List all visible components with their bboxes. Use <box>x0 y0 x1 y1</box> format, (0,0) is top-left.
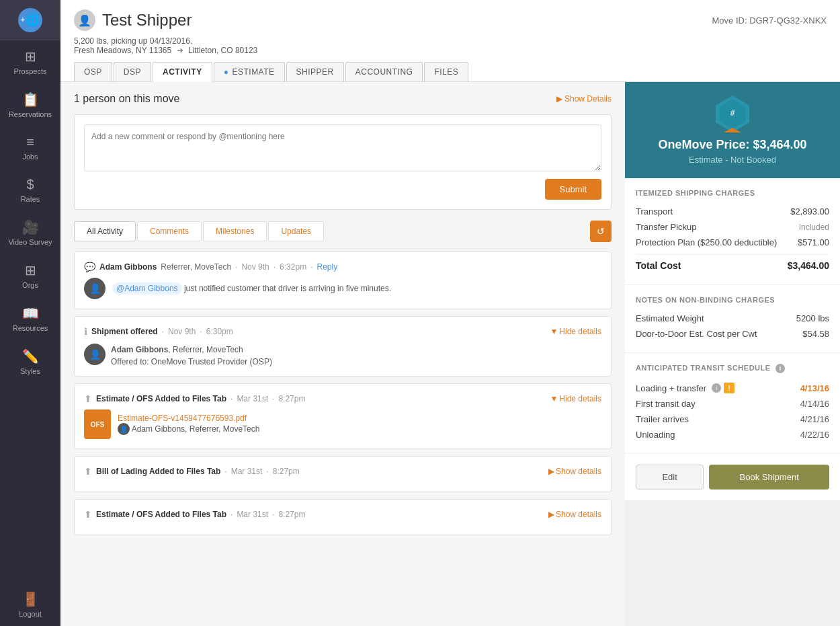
sidebar-item-label: Logout <box>19 610 42 618</box>
tab-dsp[interactable]: DSP <box>114 62 151 81</box>
submit-button[interactable]: Submit <box>545 179 601 200</box>
show-details-link[interactable]: ▶ Show Details <box>556 94 612 104</box>
sidebar: +🌐 ⊞ Prospects 📋 Reservations ≡ Jobs $ R… <box>0 0 60 626</box>
sidebar-item-label: Resources <box>13 324 48 332</box>
charges-title: Itemized Shipping Charges <box>636 189 829 197</box>
page-header: 👤 Test Shipper Move ID: DGR7-QG32-XNKX 5… <box>60 0 840 82</box>
tab-estimate[interactable]: ● ESTIMATE <box>214 62 285 81</box>
pricing-panel: # OneMove Price: $3,464.00 Estimate - No… <box>625 82 840 626</box>
tab-accounting[interactable]: ACCOUNTING <box>345 62 423 81</box>
rates-icon: $ <box>26 177 34 192</box>
notes-title: Notes on Non-binding Charges <box>636 296 829 304</box>
tab-shipper[interactable]: SHIPPER <box>286 62 344 81</box>
refresh-button[interactable]: ↺ <box>590 221 612 242</box>
notes-section: Notes on Non-binding Charges Estimated W… <box>625 285 840 352</box>
tab-bar: OSP DSP ACTIVITY ● ESTIMATE SHIPPER ACCO… <box>74 62 827 81</box>
charges-section: Itemized Shipping Charges Transport $2,8… <box>625 178 840 284</box>
sidebar-item-jobs[interactable]: ≡ Jobs <box>0 126 60 169</box>
show-details-link-4[interactable]: ▶ Show details <box>548 510 601 519</box>
logout-icon: 🚪 <box>22 591 39 607</box>
warning-icon: ! <box>724 383 734 393</box>
filter-tabs: All Activity Comments Milestones Updates… <box>74 221 612 242</box>
activity-panel: 1 person on this move ▶ Show Details Sub… <box>60 82 625 626</box>
sidebar-item-label: Jobs <box>22 153 38 161</box>
tab-activity[interactable]: ACTIVITY <box>153 62 212 82</box>
edit-button[interactable]: Edit <box>636 465 704 490</box>
sidebar-item-rates[interactable]: $ Rates <box>0 169 60 211</box>
transit-row: Trailer arrives 4/21/16 <box>636 412 829 427</box>
logo[interactable]: +🌐 <box>0 0 60 40</box>
activity-meta: ⬆ Estimate / OFS Added to Files Tab · Ma… <box>84 509 305 520</box>
loading-info-icon: i <box>712 383 721 393</box>
sidebar-item-video-survey[interactable]: 🎥 Video Survey <box>0 211 60 254</box>
header-info: 5,200 lbs, picking up 04/13/2016. Fresh … <box>74 36 827 55</box>
transit-info-icon: i <box>775 364 785 373</box>
svg-text:#: # <box>730 108 735 118</box>
transit-row: Unloading 4/22/16 <box>636 427 829 442</box>
move-id: Move ID: DGR7-QG32-XNKX <box>712 15 827 26</box>
ofs-badge: OFS <box>84 409 111 439</box>
hide-details-link[interactable]: ▼ Hide details <box>550 327 601 336</box>
sidebar-item-reservations[interactable]: 📋 Reservations <box>0 83 60 126</box>
sidebar-item-resources[interactable]: 📖 Resources <box>0 297 60 340</box>
total-row: Total Cost $3,464.00 <box>636 254 829 274</box>
avatar: 👤 <box>84 278 106 299</box>
list-item: ⬆ Estimate / OFS Added to Files Tab · Ma… <box>74 499 612 535</box>
header-title: 👤 Test Shipper <box>74 9 192 31</box>
book-shipment-button[interactable]: Book Shipment <box>709 465 829 490</box>
filter-updates[interactable]: Updates <box>268 221 324 241</box>
upload-icon-2: ⬆ <box>84 466 92 477</box>
sidebar-item-styles[interactable]: ✏️ Styles <box>0 340 60 383</box>
main-content: 👤 Test Shipper Move ID: DGR7-QG32-XNKX 5… <box>60 0 840 626</box>
file-info: Estimate-OFS-v1459477676593.pdf 👤 Adam G… <box>118 414 259 435</box>
activity-item-header: ⬆ Estimate / OFS Added to Files Tab · Ma… <box>84 509 601 520</box>
show-details-link-3[interactable]: ▶ Show details <box>548 467 601 476</box>
note-row: Door-to-Door Est. Cost per Cwt $54.58 <box>636 326 829 342</box>
orgs-icon: ⊞ <box>25 262 36 278</box>
sidebar-item-label: Orgs <box>22 281 38 289</box>
transit-row: First transit day 4/14/16 <box>636 396 829 412</box>
activity-meta: ℹ Shipment offered · Nov 9th · 6:30pm <box>84 326 233 337</box>
comment-input[interactable] <box>84 124 601 171</box>
hide-details-link-2[interactable]: ▼ Hide details <box>550 394 601 403</box>
file-attachment: OFS Estimate-OFS-v1459477676593.pdf 👤 Ad… <box>84 409 601 439</box>
people-count: 1 person on this move <box>74 93 179 105</box>
activity-meta: 💬 Adam Gibbons Referrer, MoveTech · Nov … <box>84 262 337 272</box>
onemove-logo: # <box>638 95 827 132</box>
activity-item-header: ℹ Shipment offered · Nov 9th · 6:30pm ▼ … <box>84 326 601 337</box>
video-icon: 🎥 <box>22 219 39 235</box>
sidebar-item-label: Rates <box>21 195 40 203</box>
reply-link[interactable]: Reply <box>317 262 337 272</box>
filter-comments[interactable]: Comments <box>137 221 202 241</box>
transit-title: Anticipated Transit Schedule i <box>636 364 829 373</box>
activity-meta: ⬆ Bill of Lading Added to Files Tab · Ma… <box>84 466 300 477</box>
tab-osp[interactable]: OSP <box>74 62 112 81</box>
charge-row: Transport $2,893.00 <box>636 204 829 219</box>
sidebar-item-prospects[interactable]: ⊞ Prospects <box>0 40 60 83</box>
sidebar-item-label: Prospects <box>14 67 47 75</box>
upload-icon-3: ⬆ <box>84 509 92 520</box>
sidebar-item-logout[interactable]: 🚪 Logout <box>0 583 60 626</box>
user-avatar-icon: 👤 <box>74 9 95 31</box>
comment-bubble: 👤 @Adam Gibbons just notified customer t… <box>84 278 601 299</box>
activity-item-header: 💬 Adam Gibbons Referrer, MoveTech · Nov … <box>84 262 601 272</box>
header-top: 👤 Test Shipper Move ID: DGR7-QG32-XNKX <box>74 9 827 31</box>
content-area: 1 person on this move ▶ Show Details Sub… <box>60 82 840 626</box>
sidebar-item-label: Reservations <box>9 110 52 118</box>
avatar: 👤 <box>84 344 106 365</box>
list-item: ⬆ Estimate / OFS Added to Files Tab · Ma… <box>74 383 612 449</box>
sidebar-item-label: Video Survey <box>8 238 52 246</box>
sidebar-item-label: Styles <box>20 367 40 375</box>
resources-icon: 📖 <box>22 305 39 321</box>
filter-all-activity[interactable]: All Activity <box>74 221 136 241</box>
page-title: Test Shipper <box>102 11 192 30</box>
transit-section: Anticipated Transit Schedule i Loading +… <box>625 353 840 453</box>
activity-item-header: ⬆ Bill of Lading Added to Files Tab · Ma… <box>84 466 601 477</box>
comment-icon: 💬 <box>84 262 95 272</box>
filter-milestones[interactable]: Milestones <box>203 221 267 241</box>
sidebar-item-orgs[interactable]: ⊞ Orgs <box>0 254 60 297</box>
price-subtitle: Estimate - Not Booked <box>638 155 827 165</box>
styles-icon: ✏️ <box>22 348 39 364</box>
tab-files[interactable]: FILES <box>424 62 468 81</box>
file-link[interactable]: Estimate-OFS-v1459477676593.pdf <box>118 414 259 423</box>
